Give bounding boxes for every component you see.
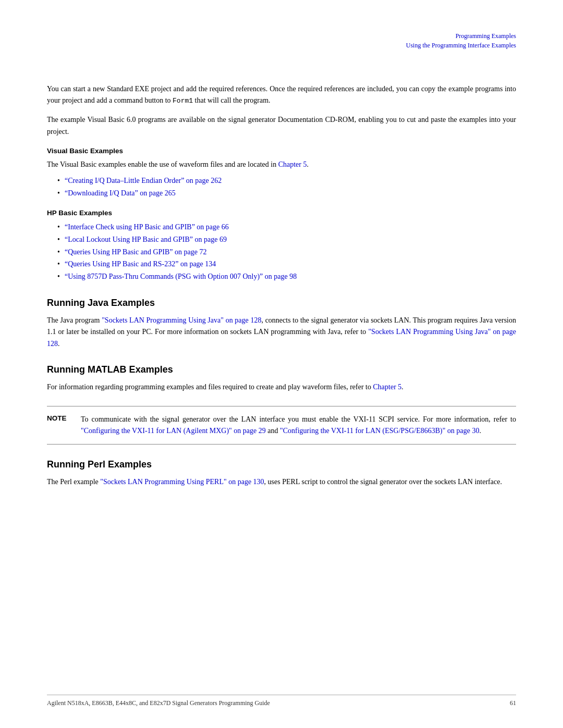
java-para: The Java program "Sockets LAN Programmin… bbox=[47, 315, 516, 350]
page-footer: Agilent N518xA, E8663B, E44x8C, and E82x… bbox=[47, 695, 516, 707]
note-link-1[interactable]: "Configuring the VXI-11 for LAN (Agilent… bbox=[81, 427, 266, 435]
intro-para-2: The example Visual Basic 6.0 programs ar… bbox=[47, 114, 516, 138]
list-item: “Creating I/Q Data–Little Endian Order” … bbox=[57, 175, 516, 187]
hp-link-4[interactable]: “Queries Using HP Basic and RS-232” on p… bbox=[65, 260, 216, 268]
list-item: “Interface Check using HP Basic and GPIB… bbox=[57, 221, 516, 233]
list-item: “Queries Using HP Basic and GPIB” on pag… bbox=[57, 246, 516, 258]
hp-examples-heading: HP Basic Examples bbox=[47, 209, 516, 217]
hp-link-1[interactable]: “Interface Check using HP Basic and GPIB… bbox=[65, 223, 229, 231]
list-item: “Using 8757D Pass-Thru Commands (PSG wit… bbox=[57, 270, 516, 283]
note-label: NOTE bbox=[47, 414, 70, 422]
java-section-heading: Running Java Examples bbox=[47, 298, 516, 309]
inline-code-form1: Form1 bbox=[173, 97, 193, 105]
breadcrumb: Programming Examples Using the Programmi… bbox=[406, 31, 516, 50]
intro-para-1: You can start a new Standard EXE project… bbox=[47, 83, 516, 107]
vb-chapter5-link[interactable]: Chapter 5 bbox=[278, 161, 307, 168]
hp-link-5[interactable]: “Using 8757D Pass-Thru Commands (PSG wit… bbox=[65, 273, 297, 280]
vb-link-2[interactable]: “Downloading I/Q Data” on page 265 bbox=[65, 189, 176, 197]
page: Programming Examples Using the Programmi… bbox=[0, 0, 563, 728]
vb-examples-list: “Creating I/Q Data–Little Endian Order” … bbox=[57, 175, 516, 200]
hp-link-2[interactable]: “Local Lockout Using HP Basic and GPIB” … bbox=[65, 236, 227, 243]
perl-section-heading: Running Perl Examples bbox=[47, 459, 516, 470]
breadcrumb-line1: Programming Examples bbox=[406, 31, 516, 41]
note-link-2[interactable]: "Configuring the VXI-11 for LAN (ESG/PSG… bbox=[280, 427, 479, 435]
note-text: To communicate with the signal generator… bbox=[81, 414, 516, 437]
list-item: “Downloading I/Q Data” on page 265 bbox=[57, 187, 516, 200]
perl-para: The Perl example "Sockets LAN Programmin… bbox=[47, 476, 516, 488]
perl-link[interactable]: "Sockets LAN Programming Using PERL" on … bbox=[100, 478, 264, 486]
hp-link-3[interactable]: “Queries Using HP Basic and GPIB” on pag… bbox=[65, 248, 206, 256]
java-link-1[interactable]: "Sockets LAN Programming Using Java" on … bbox=[102, 316, 261, 324]
vb-examples-intro: The Visual Basic examples enable the use… bbox=[47, 159, 516, 170]
main-content: You can start a new Standard EXE project… bbox=[47, 83, 516, 488]
vb-examples-heading: Visual Basic Examples bbox=[47, 147, 516, 155]
note-block: NOTE To communicate with the signal gene… bbox=[47, 406, 516, 445]
matlab-section-heading: Running MATLAB Examples bbox=[47, 364, 516, 375]
hp-examples-list: “Interface Check using HP Basic and GPIB… bbox=[57, 221, 516, 283]
list-item: “Queries Using HP Basic and RS-232” on p… bbox=[57, 258, 516, 270]
breadcrumb-line2: Using the Programming Interface Examples bbox=[406, 41, 516, 50]
list-item: “Local Lockout Using HP Basic and GPIB” … bbox=[57, 233, 516, 246]
matlab-link[interactable]: Chapter 5 bbox=[373, 383, 402, 391]
vb-link-1[interactable]: “Creating I/Q Data–Little Endian Order” … bbox=[65, 177, 222, 184]
matlab-para: For information regarding programming ex… bbox=[47, 381, 516, 393]
footer-page-number: 61 bbox=[510, 699, 516, 707]
footer-left: Agilent N518xA, E8663B, E44x8C, and E82x… bbox=[47, 699, 270, 707]
